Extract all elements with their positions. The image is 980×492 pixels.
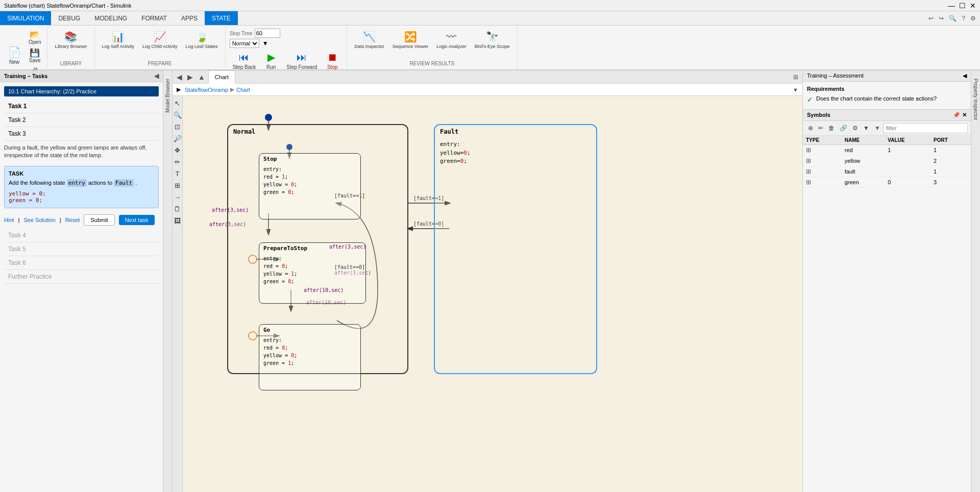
requirement-text: Does the chart contain the correct state… — [816, 95, 937, 103]
sym-more-btn[interactable]: ▼ — [861, 124, 871, 133]
search-btn[interactable]: 🔍 — [947, 14, 959, 23]
sim-mode-select[interactable]: Normal — [230, 39, 259, 48]
hint-row: Hint | See Solution | Reset Submit Next … — [4, 211, 159, 229]
menu-modeling[interactable]: MODELING — [87, 11, 134, 25]
zoom-fit-tool[interactable]: ⊡ — [173, 121, 182, 132]
new-button[interactable]: 📄 New — [4, 44, 24, 67]
see-solution-link[interactable]: See Solution — [23, 217, 55, 223]
addr-toggle[interactable]: ▶ — [175, 86, 183, 93]
symbols-filter-input[interactable] — [884, 123, 968, 133]
expand-btn[interactable]: ⊞ — [791, 72, 800, 82]
sym-row-red[interactable]: ⊞ red 1 1 — [803, 144, 971, 155]
draw-tool[interactable]: ✏ — [173, 157, 182, 167]
library-browser-button[interactable]: 📚 Library Browser — [52, 29, 90, 51]
image-tool[interactable]: 🖼 — [173, 215, 182, 226]
menu-debug[interactable]: DEBUG — [51, 11, 87, 25]
state-go[interactable]: Go entry: red = 0; yellow = 0; green = 1… — [259, 324, 361, 390]
text-tool[interactable]: T — [174, 168, 181, 179]
state-go-label: Go — [259, 325, 360, 335]
birds-eye-scope-button[interactable]: 🔭 Bird's-Eye Scope — [472, 29, 513, 51]
state-prepare-to-stop[interactable]: PrepareToStop entry: red = 0; yellow = 1… — [259, 242, 366, 304]
menu-apps[interactable]: APPS — [174, 11, 205, 25]
step-forward-button[interactable]: ⏭ Step Forward — [283, 50, 320, 72]
assessment-close[interactable]: ◀ — [963, 72, 967, 79]
task-item-further[interactable]: Further Practice — [4, 270, 159, 284]
sym-edit-btn[interactable]: ✏ — [816, 124, 825, 133]
addr-dropdown[interactable]: ▼ — [791, 86, 800, 93]
task-item-2[interactable]: Task 2 — [4, 113, 159, 127]
sym-row-green[interactable]: ⊞ green 0 3 — [803, 177, 971, 187]
task-hierarchy: 10.1 Chart Hierarchy: (2/2) Practice — [4, 86, 159, 96]
sym-port-fault: 1 — [930, 166, 971, 177]
stop-time-input[interactable] — [255, 29, 280, 38]
maximize-btn[interactable]: ☐ — [959, 2, 966, 10]
state-fault[interactable]: Fault entry: yellow=0; green=0; — [434, 124, 597, 374]
sym-row-fault[interactable]: ⊞ fault 1 — [803, 166, 971, 177]
step-back-button[interactable]: ⏮ Step Back — [230, 50, 259, 72]
sym-resolve-btn[interactable]: 🔗 — [838, 124, 849, 133]
assessment-title: Training – Assessment — [807, 72, 864, 79]
tab-nav-back[interactable]: ◀ — [175, 72, 184, 82]
state-tool[interactable]: ⊞ — [173, 180, 182, 191]
redo-btn[interactable]: ↪ — [937, 14, 946, 23]
tab-nav-up[interactable]: ▲ — [196, 72, 207, 82]
sim-top: Stop Time — [230, 29, 343, 38]
panel-close-btn[interactable]: ◀ — [154, 72, 159, 80]
hint-link[interactable]: Hint — [4, 217, 14, 223]
task-item-5[interactable]: Task 5 — [4, 242, 159, 256]
select-tool[interactable]: ↖ — [173, 98, 182, 109]
zoom-out-tool[interactable]: 🔎 — [173, 133, 183, 144]
zoom-in-tool[interactable]: 🔍 — [173, 110, 183, 120]
settings-btn[interactable]: ⚙ — [968, 14, 978, 23]
task-item-6[interactable]: Task 6 — [4, 256, 159, 270]
close-btn[interactable]: ✕ — [970, 2, 976, 10]
center-area: ◀ ▶ ▲ Chart ⊞ ▶ StateflowOnramp ▶ Chart … — [173, 70, 802, 492]
tab-chart[interactable]: Chart — [208, 70, 235, 84]
hand-tool[interactable]: ✥ — [173, 145, 182, 156]
task-item-3[interactable]: Task 3 — [4, 127, 159, 141]
state-normal[interactable]: Normal Stop entry: red = 1; yellow = 0; … — [227, 124, 408, 374]
sym-type-yellow: ⊞ — [803, 155, 842, 166]
sim-mode-dropdown[interactable]: ▼ — [261, 40, 270, 47]
help-btn[interactable]: ? — [960, 14, 967, 23]
menu-state[interactable]: STATE — [205, 11, 238, 25]
transition-tool[interactable]: → — [173, 192, 182, 203]
run-button[interactable]: ▶ Run — [261, 49, 281, 72]
state-stop[interactable]: Stop entry: red = 1; yellow = 0; green =… — [259, 153, 361, 219]
reset-link[interactable]: Reset — [65, 217, 80, 223]
save-button[interactable]: 💾 Save — [27, 47, 43, 64]
menu-simulation[interactable]: SIMULATION — [0, 11, 51, 25]
stop-button[interactable]: ⏹ Stop — [322, 50, 342, 72]
open-button[interactable]: 📂 Open — [27, 29, 43, 46]
model-browser-tab[interactable]: Model Browser — [164, 75, 172, 117]
symbols-pin[interactable]: 📌 — [953, 112, 960, 118]
sym-type-red: ⊞ — [803, 144, 842, 155]
logic-analyzer-button[interactable]: 〰 Logic Analyzer — [433, 29, 470, 51]
log-leaf-states-button[interactable]: 🍃 Log Leaf States — [183, 29, 221, 51]
task-item-1[interactable]: Task 1 — [4, 100, 159, 113]
note-tool[interactable]: 🗒 — [173, 204, 182, 214]
sequence-viewer-button[interactable]: 🔀 Sequence Viewer — [389, 29, 431, 51]
submit-button[interactable]: Submit — [84, 214, 114, 226]
tab-nav-forward[interactable]: ▶ — [185, 72, 195, 82]
window-controls[interactable]: — ☐ ✕ — [948, 2, 976, 10]
sym-settings-btn[interactable]: ⚙ — [850, 124, 860, 133]
data-inspector-button[interactable]: 📉 Data Inspector — [351, 29, 387, 51]
symbols-close[interactable]: ✕ — [962, 112, 967, 118]
log-self-activity-button[interactable]: 📊 Log Self Activity — [99, 29, 138, 51]
addr-chart[interactable]: Chart — [236, 87, 250, 93]
minimize-btn[interactable]: — — [948, 2, 955, 10]
menu-format[interactable]: FORMAT — [134, 11, 174, 25]
sym-add-btn[interactable]: ⊕ — [806, 124, 815, 133]
quick-access-btn[interactable]: ↩ — [926, 14, 936, 23]
sym-row-yellow[interactable]: ⊞ yellow 2 — [803, 155, 971, 166]
property-inspector-tab[interactable]: Property Inspector — [972, 75, 979, 125]
sim-buttons-row: ⏮ Step Back ▶ Run ⏭ Step Forward ⏹ Stop — [230, 49, 343, 72]
sym-value-green: 0 — [885, 177, 930, 187]
addr-root[interactable]: StateflowOnramp — [185, 87, 228, 93]
next-task-button[interactable]: Next task — [119, 215, 155, 225]
task-item-4[interactable]: Task 4 — [4, 229, 159, 242]
log-child-activity-button[interactable]: 📈 Log Child Activity — [139, 29, 181, 51]
sym-delete-btn[interactable]: 🗑 — [826, 124, 837, 133]
prepare-label: PREPARE — [148, 60, 172, 66]
